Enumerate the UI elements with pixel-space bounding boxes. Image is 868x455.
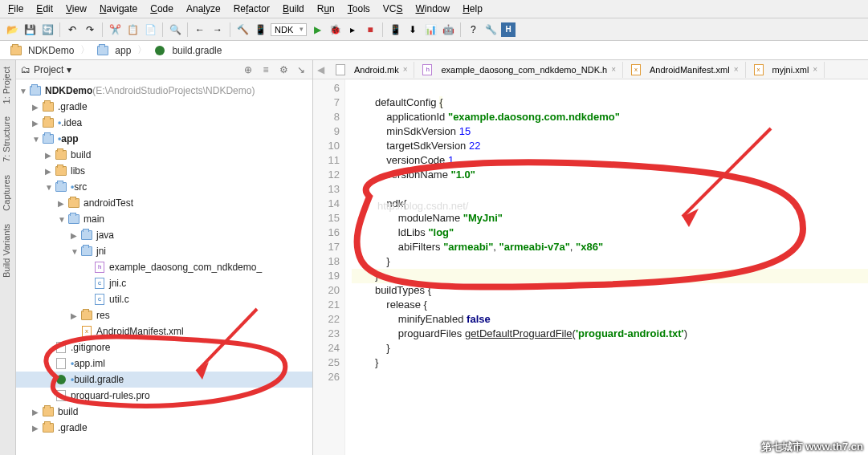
menu-refactor[interactable]: Refactor [229, 2, 275, 16]
main-toolbar: 📂 💾 🔄 ↶ ↷ ✂️ 📋 📄 🔍 ← → 🔨 📱 NDK ▶ 🐞 ▸ ■ 📱… [0, 18, 868, 41]
undo-icon[interactable]: ↶ [65, 22, 79, 37]
tree-item-androidmanifest-xml[interactable]: AndroidManifest.xml [16, 323, 312, 339]
scroll-from-source-icon[interactable]: ⊕ [242, 63, 255, 76]
breadcrumb-app[interactable]: app [92, 43, 136, 58]
tool-tab-7-structure[interactable]: 7: Structure [0, 110, 15, 169]
device-icon[interactable]: 📱 [253, 22, 267, 37]
project-panel: 🗂Project ▾ ⊕ ≡ ⚙ ↘ ▼NDKDemo (E:\AndroidS… [16, 60, 313, 455]
menu-help[interactable]: Help [458, 2, 487, 16]
cut-icon[interactable]: ✂️ [108, 22, 122, 37]
tree-item-jni[interactable]: ▼jni [16, 243, 312, 259]
back-icon[interactable]: ← [193, 22, 207, 37]
monitor-icon[interactable]: 📊 [423, 22, 438, 37]
editor-tab-example_daosong_com_ndkdemo_ndk-h[interactable]: example_daosong_com_ndkdemo_NDK.h× [414, 62, 623, 78]
editor-tab-myjni-xml[interactable]: myjni.xml× [746, 62, 825, 78]
menu-file[interactable]: File [3, 2, 28, 16]
project-panel-header: 🗂Project ▾ ⊕ ≡ ⚙ ↘ [16, 60, 312, 79]
run-icon[interactable]: ▶ [310, 22, 324, 37]
tree-root[interactable]: ▼NDKDemo (E:\AndroidStudioProjects\NDKDe… [16, 83, 312, 99]
tree-item--idea[interactable]: ▶• .idea [16, 115, 312, 131]
redo-icon[interactable]: ↷ [83, 22, 97, 37]
tree-item-androidtest[interactable]: ▶androidTest [16, 195, 312, 211]
menu-tools[interactable]: Tools [343, 2, 375, 16]
tree-item-app[interactable]: ▼• app [16, 131, 312, 147]
tree-item--gradle[interactable]: ▶.gradle [16, 99, 312, 115]
make-icon[interactable]: 🔨 [235, 22, 250, 37]
tree-item-build-gradle[interactable]: • build.gradle [16, 372, 312, 388]
menu-build[interactable]: Build [278, 2, 309, 16]
tree-item-build[interactable]: ▶build [16, 147, 312, 163]
menu-window[interactable]: Window [411, 2, 455, 16]
tree-item-src[interactable]: ▼• src [16, 179, 312, 195]
editor-tab-androidmanifest-xml[interactable]: AndroidManifest.xml× [623, 62, 746, 78]
tab-scroll-left-icon[interactable]: ◀ [313, 63, 328, 77]
brand-watermark: 第七城市 www.th7.cn [761, 440, 863, 454]
forward-icon[interactable]: → [210, 22, 225, 37]
copy-icon[interactable]: 📋 [125, 22, 140, 37]
menu-run[interactable]: Run [312, 2, 340, 16]
tree-item-app-iml[interactable]: • app.iml [16, 355, 312, 372]
tree-item-java[interactable]: ▶java [16, 227, 312, 243]
tree-item-jni-c[interactable]: jni.c [16, 275, 312, 291]
tree-item-proguard-rules-pro[interactable]: proguard-rules.pro [16, 388, 312, 404]
line-gutter: 67891011121314151617181920212223242526 [313, 79, 345, 455]
menu-navigate[interactable]: Navigate [95, 2, 142, 16]
project-tree[interactable]: ▼NDKDemo (E:\AndroidStudioProjects\NDKDe… [16, 79, 312, 455]
editor-tabs: ◀ Android.mk×example_daosong_com_ndkdemo… [313, 60, 868, 79]
breadcrumb-build-gradle[interactable]: build.gradle [149, 43, 226, 58]
menu-analyze[interactable]: Analyze [181, 2, 226, 16]
debug-icon[interactable]: 🐞 [328, 22, 342, 37]
tree-item-build[interactable]: ▶build [16, 404, 312, 420]
stop-icon[interactable]: ■ [363, 22, 377, 37]
find-icon[interactable]: 🔍 [168, 22, 182, 37]
run-config-combo[interactable]: NDK [271, 23, 307, 36]
breadcrumb-ndkdemo[interactable]: NDKDemo [5, 43, 79, 58]
ddms-icon[interactable]: 🤖 [441, 22, 455, 37]
settings-icon[interactable]: 🔧 [483, 22, 498, 37]
tool-tab-1-project[interactable]: 1: Project [0, 60, 15, 110]
tree-item-util-c[interactable]: util.c [16, 291, 312, 307]
paste-icon[interactable]: 📄 [143, 22, 157, 37]
tree-item-main[interactable]: ▼main [16, 211, 312, 227]
profile-icon[interactable]: ▸ [345, 22, 360, 37]
sdk-icon[interactable]: ⬇ [405, 22, 420, 37]
close-tab-icon[interactable]: × [813, 65, 817, 74]
help-icon[interactable]: ? [466, 22, 480, 37]
menu-vcs[interactable]: VCS [378, 2, 408, 16]
tree-item--gitignore[interactable]: .gitignore [16, 339, 312, 355]
open-icon[interactable]: 📂 [5, 22, 19, 37]
close-tab-icon[interactable]: × [734, 65, 739, 74]
watermark-text: http://blog.csdn.net/ [377, 200, 468, 212]
panel-settings-icon[interactable]: ⚙ [277, 63, 290, 76]
tree-item-libs[interactable]: ▶libs [16, 163, 312, 179]
editor-tab-android-mk[interactable]: Android.mk× [328, 62, 414, 78]
tool-tab-captures[interactable]: Captures [0, 169, 15, 217]
tree-item-res[interactable]: ▶res [16, 307, 312, 323]
sync-icon[interactable]: 🔄 [40, 22, 55, 37]
menu-bar: FileEditViewNavigateCodeAnalyzeRefactorB… [0, 0, 868, 18]
editor-area: ◀ Android.mk×example_daosong_com_ndkdemo… [313, 60, 868, 455]
breadcrumb: NDKDemo〉app〉build.gradle [0, 41, 868, 60]
avd-icon[interactable]: 📱 [388, 22, 402, 37]
close-tab-icon[interactable]: × [403, 65, 408, 74]
tree-item--gradle[interactable]: ▶.gradle [16, 420, 312, 436]
project-panel-title: Project [34, 64, 63, 75]
hide-panel-icon[interactable]: ↘ [295, 63, 308, 76]
tree-item-example_daosong_com_ndkdemo_[interactable]: example_daosong_com_ndkdemo_ [16, 259, 312, 275]
save-icon[interactable]: 💾 [22, 22, 37, 37]
code-area[interactable]: http://blog.csdn.net/ defaultConfig { ap… [345, 79, 868, 455]
tool-tab-build-variants[interactable]: Build Variants [0, 217, 15, 284]
h-icon[interactable]: H [501, 22, 516, 37]
close-tab-icon[interactable]: × [611, 65, 616, 74]
menu-edit[interactable]: Edit [31, 2, 58, 16]
project-icon: 🗂 [21, 64, 31, 75]
left-tool-strip: 1: Project7: StructureCapturesBuild Vari… [0, 60, 16, 455]
menu-code[interactable]: Code [145, 2, 178, 16]
collapse-all-icon[interactable]: ≡ [259, 63, 272, 76]
menu-view[interactable]: View [61, 2, 92, 16]
